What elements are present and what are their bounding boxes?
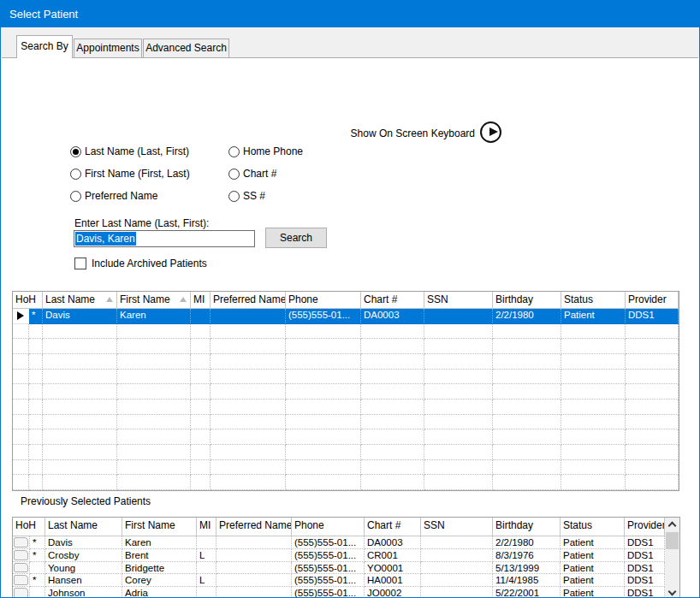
empty-row [13,445,679,460]
tab-advanced-search[interactable]: Advanced Search [143,38,229,57]
column-header-mi[interactable]: MI [197,518,217,536]
column-header-status[interactable]: Status [561,292,626,309]
patient-row-hansen-corey[interactable]: *HansenCoreyL(555)555-01...HA000111/4/19… [13,574,665,587]
patient-row-davis-karen[interactable]: *DavisKaren(555)555-01...DA00032/2/1980P… [13,536,665,549]
chevron-down-icon [667,588,676,596]
radio-home-phone[interactable]: Home Phone [228,145,303,158]
column-header-preferred-name[interactable]: Preferred Name [217,518,292,536]
cell-provider: DDS1 [625,536,665,549]
column-header-hoh[interactable]: HoH [13,518,45,536]
row-header-button[interactable] [13,574,30,587]
cell-preferred-name [211,309,286,324]
cell-last-name: Hansen [45,574,122,587]
cell-phone: (555)555-01... [292,562,365,575]
window-title: Select Patient [9,8,78,21]
column-header-first-name[interactable]: First Name [122,518,197,536]
row-header-button[interactable] [13,562,30,575]
include-archived-label: Include Archived Patients [92,258,207,269]
cell-chart: YO0001 [365,562,421,575]
cell-birthday: 5/13/1999 [493,562,561,575]
cell-provider: DDS1 [625,574,665,587]
column-header-provider[interactable]: Provider [625,518,665,536]
cell-provider: DDS1 [625,562,665,575]
cell-chart: DA0003 [365,536,421,549]
cell-birthday: 2/2/1980 [493,536,561,549]
row-header-button[interactable] [13,549,30,562]
column-header-chart[interactable]: Chart # [365,518,421,536]
cell-hoh: * [30,536,45,549]
column-header-ssn[interactable]: SSN [421,518,493,536]
radio-circle-icon [70,191,81,202]
show-keyboard-button[interactable] [480,121,501,143]
cell-hoh [30,562,45,575]
v-scroll-thumb[interactable] [666,532,679,549]
column-header-first-name[interactable]: First Name [117,292,191,309]
title-bar[interactable]: Select Patient [1,1,699,27]
cell-mi [197,562,217,575]
empty-row [13,415,679,430]
cell-last-name: Crosby [45,549,122,562]
patient-row-young-bridgette[interactable]: YoungBridgette(555)555-01...YO00015/13/1… [13,562,665,575]
cell-first-name: Corey [122,574,197,587]
cell-status: Patient [561,536,625,549]
radio-preferred-name[interactable]: Preferred Name [70,189,190,203]
column-header-chart[interactable]: Chart # [361,292,424,309]
empty-row [13,384,679,400]
cell-chart: DA0003 [361,309,424,324]
cell-first-name: Brent [122,549,197,562]
current-row-arrow-icon [17,311,24,320]
radio-last-name-last-first[interactable]: Last Name (Last, First) [70,145,190,158]
cell-last-name: Davis [43,309,117,324]
search-results-table: HoHLast NameFirst NameMIPreferred NamePh… [12,291,679,491]
cell-preferred-name [217,587,292,598]
radio-first-name-first-last[interactable]: First Name (First, Last) [70,167,190,181]
cell-birthday: 11/4/1985 [493,574,561,587]
cell-status: Patient [561,587,625,598]
column-header-birthday[interactable]: Birthday [493,518,561,536]
column-header-last-name[interactable]: Last Name [43,292,117,309]
column-header-mi[interactable]: MI [191,292,211,309]
column-header-ssn[interactable]: SSN [424,292,493,309]
cell-status: Patient [561,574,625,587]
tab-search-by[interactable]: Search By [16,35,73,58]
cell-phone: (555)555-01... [292,574,365,587]
column-header-hoh[interactable]: HoH [13,292,43,309]
cell-hoh: * [30,574,45,587]
patient-row-crosby-brent[interactable]: *CrosbyBrentL(555)555-01...CR0018/3/1976… [13,549,665,562]
empty-row [13,339,679,354]
cell-mi: L [197,574,217,587]
row-header-button[interactable] [13,536,30,549]
empty-row [13,429,679,445]
empty-row [13,400,679,415]
column-header-birthday[interactable]: Birthday [493,292,561,309]
column-header-preferred-name[interactable]: Preferred Name [211,292,286,309]
column-header-last-name[interactable]: Last Name [45,518,122,536]
empty-row [13,460,679,476]
column-header-status[interactable]: Status [561,518,625,536]
cell-last-name: Davis [45,536,122,549]
cell-phone: (555)555-01... [292,549,365,562]
cell-ssn [421,587,493,598]
radio-chart[interactable]: Chart # [228,167,303,181]
radio-ss[interactable]: SS # [228,189,303,203]
play-icon [489,127,498,136]
patient-row-johnson-adria[interactable]: JohnsonAdria(555)555-01...JO00025/22/200… [13,587,665,598]
scroll-down-button[interactable] [665,586,679,598]
column-header-provider[interactable]: Provider [626,292,679,309]
cell-hoh [30,587,45,598]
search-button[interactable]: Search [265,228,327,248]
radio-label: Last Name (Last, First) [85,145,189,157]
cell-chart: CR001 [365,549,421,562]
tab-appointments[interactable]: Appointments [74,38,142,57]
last-name-input[interactable]: Davis, Karen [74,230,255,247]
cell-chart: JO0002 [365,587,421,598]
include-archived-checkbox[interactable] [74,258,86,269]
empty-row [13,475,679,490]
row-header-button[interactable] [13,587,30,598]
cell-ssn [424,309,493,324]
column-header-phone[interactable]: Phone [292,518,365,536]
patient-row-davis-karen[interactable]: *DavisKaren(555)555-01...DA00032/2/1980P… [13,309,679,324]
column-header-phone[interactable]: Phone [286,292,361,309]
v-scrollbar[interactable] [665,518,679,598]
scroll-up-button[interactable] [665,518,679,531]
